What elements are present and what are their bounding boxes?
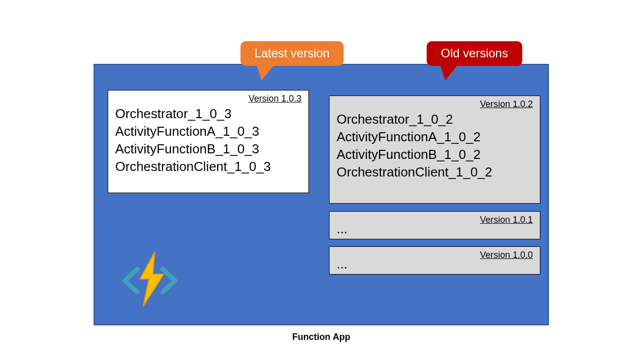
diagram-stage: Latest version Old versions Version 1.0.… (0, 0, 644, 362)
ellipsis: ... (337, 256, 348, 272)
caption-function-app: Function App (94, 332, 549, 342)
callout-latest-label: Latest version (255, 46, 330, 60)
version-label: Version 1.0.0 (337, 250, 533, 260)
svg-marker-0 (140, 251, 164, 307)
version-card-old-100: Version 1.0.0 ... (329, 246, 540, 275)
version-card-latest: Version 1.0.3 Orchestrator_1_0_3 Activit… (108, 90, 309, 193)
callout-latest-version: Latest version (240, 41, 344, 66)
callout-old-tail (440, 65, 457, 80)
function-name: Orchestrator_1_0_3 (115, 105, 301, 123)
version-card-old-102: Version 1.0.2 Orchestrator_1_0_2 Activit… (329, 96, 540, 204)
ellipsis: ... (337, 221, 348, 237)
function-name: ActivityFunctionA_1_0_2 (337, 128, 533, 146)
function-name: ActivityFunctionB_1_0_3 (115, 140, 301, 158)
version-card-old-101: Version 1.0.1 ... (329, 211, 540, 239)
callout-latest-tail (257, 65, 274, 80)
callout-old-label: Old versions (441, 46, 508, 60)
function-name: ActivityFunctionA_1_0_3 (115, 123, 301, 140)
function-name: Orchestrator_1_0_2 (337, 111, 533, 128)
azure-functions-icon (120, 251, 180, 307)
function-name: OrchestrationClient_1_0_3 (115, 158, 301, 175)
callout-old-versions: Old versions (427, 41, 522, 66)
version-label: Version 1.0.3 (115, 94, 301, 104)
version-label: Version 1.0.1 (337, 215, 533, 225)
function-name: ActivityFunctionB_1_0_2 (337, 146, 533, 163)
version-label: Version 1.0.2 (337, 99, 533, 110)
function-name: OrchestrationClient_1_0_2 (337, 163, 533, 181)
